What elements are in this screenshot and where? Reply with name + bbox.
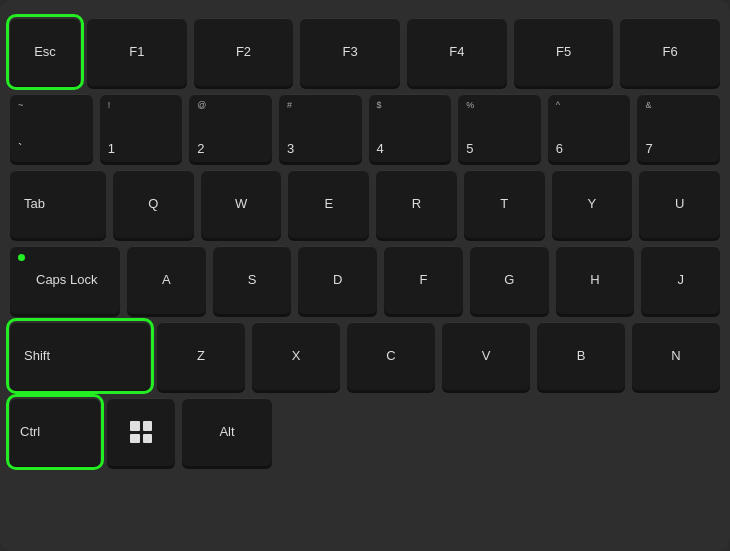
key-n[interactable]: N bbox=[632, 322, 720, 390]
key-s-label: S bbox=[248, 272, 257, 288]
key-6[interactable]: ^ 6 bbox=[548, 94, 631, 162]
bottom-row: Ctrl Alt bbox=[10, 398, 720, 466]
key-shift-left[interactable]: Shift bbox=[10, 322, 150, 390]
key-x[interactable]: X bbox=[252, 322, 340, 390]
key-x-label: X bbox=[292, 348, 301, 364]
key-3-bottom: 3 bbox=[287, 141, 294, 156]
key-f2-label: F2 bbox=[236, 44, 251, 60]
qwerty-row: Tab Q W E R T Y U bbox=[10, 170, 720, 238]
key-r-label: R bbox=[412, 196, 421, 212]
key-6-top: ^ bbox=[556, 100, 560, 110]
key-w-label: W bbox=[235, 196, 247, 212]
key-n-label: N bbox=[671, 348, 680, 364]
key-backtick-top: ~ bbox=[18, 100, 23, 110]
key-d[interactable]: D bbox=[298, 246, 377, 314]
key-z-label: Z bbox=[197, 348, 205, 364]
key-tab-label: Tab bbox=[24, 196, 45, 212]
key-f1[interactable]: F1 bbox=[87, 18, 187, 86]
key-v-label: V bbox=[482, 348, 491, 364]
key-g-label: G bbox=[504, 272, 514, 288]
key-4-top: $ bbox=[377, 100, 382, 110]
key-c-label: C bbox=[386, 348, 395, 364]
key-f3-label: F3 bbox=[343, 44, 358, 60]
key-q[interactable]: Q bbox=[113, 170, 194, 238]
key-b[interactable]: B bbox=[537, 322, 625, 390]
key-s[interactable]: S bbox=[213, 246, 292, 314]
key-7[interactable]: & 7 bbox=[637, 94, 720, 162]
key-7-bottom: 7 bbox=[645, 141, 652, 156]
key-ctrl-label: Ctrl bbox=[20, 424, 40, 440]
key-4-bottom: 4 bbox=[377, 141, 384, 156]
key-capslock-label: Caps Lock bbox=[24, 272, 97, 288]
key-capslock[interactable]: Caps Lock bbox=[10, 246, 120, 314]
key-esc[interactable]: Esc bbox=[10, 18, 80, 86]
key-b-label: B bbox=[577, 348, 586, 364]
key-f2[interactable]: F2 bbox=[194, 18, 294, 86]
key-c[interactable]: C bbox=[347, 322, 435, 390]
key-t[interactable]: T bbox=[464, 170, 545, 238]
key-backtick-bottom: ` bbox=[18, 141, 22, 156]
key-alt[interactable]: Alt bbox=[182, 398, 272, 466]
key-ctrl-left[interactable]: Ctrl bbox=[10, 398, 100, 466]
key-f4[interactable]: F4 bbox=[407, 18, 507, 86]
key-e[interactable]: E bbox=[288, 170, 369, 238]
key-2[interactable]: @ 2 bbox=[189, 94, 272, 162]
key-y-label: Y bbox=[588, 196, 597, 212]
key-j[interactable]: J bbox=[641, 246, 720, 314]
key-tab[interactable]: Tab bbox=[10, 170, 106, 238]
key-esc-label: Esc bbox=[34, 44, 56, 60]
key-h[interactable]: H bbox=[556, 246, 635, 314]
caps-lock-indicator bbox=[18, 254, 25, 261]
key-f4-label: F4 bbox=[449, 44, 464, 60]
key-w[interactable]: W bbox=[201, 170, 282, 238]
key-v[interactable]: V bbox=[442, 322, 530, 390]
key-f3[interactable]: F3 bbox=[300, 18, 400, 86]
key-f1-label: F1 bbox=[129, 44, 144, 60]
key-a-label: A bbox=[162, 272, 171, 288]
key-1-top: ! bbox=[108, 100, 111, 110]
key-f5-label: F5 bbox=[556, 44, 571, 60]
number-row: ~ ` ! 1 @ 2 # 3 $ 4 % 5 ^ 6 & 7 bbox=[10, 94, 720, 162]
key-a[interactable]: A bbox=[127, 246, 206, 314]
key-u-label: U bbox=[675, 196, 684, 212]
key-t-label: T bbox=[500, 196, 508, 212]
key-g[interactable]: G bbox=[470, 246, 549, 314]
function-row: Esc F1 F2 F3 F4 F5 F6 bbox=[10, 18, 720, 86]
key-5-top: % bbox=[466, 100, 474, 110]
key-f[interactable]: F bbox=[384, 246, 463, 314]
key-1-bottom: 1 bbox=[108, 141, 115, 156]
windows-icon bbox=[130, 421, 152, 443]
key-1[interactable]: ! 1 bbox=[100, 94, 183, 162]
key-f6-label: F6 bbox=[663, 44, 678, 60]
key-q-label: Q bbox=[148, 196, 158, 212]
keyboard: Esc F1 F2 F3 F4 F5 F6 ~ ` ! 1 @ bbox=[0, 0, 730, 551]
key-f-label: F bbox=[420, 272, 428, 288]
key-6-bottom: 6 bbox=[556, 141, 563, 156]
key-f5[interactable]: F5 bbox=[514, 18, 614, 86]
key-backtick[interactable]: ~ ` bbox=[10, 94, 93, 162]
key-e-label: E bbox=[324, 196, 333, 212]
key-7-top: & bbox=[645, 100, 651, 110]
key-f6[interactable]: F6 bbox=[620, 18, 720, 86]
key-d-label: D bbox=[333, 272, 342, 288]
key-shift-label: Shift bbox=[24, 348, 50, 364]
key-z[interactable]: Z bbox=[157, 322, 245, 390]
key-4[interactable]: $ 4 bbox=[369, 94, 452, 162]
key-5-bottom: 5 bbox=[466, 141, 473, 156]
key-h-label: H bbox=[590, 272, 599, 288]
key-u[interactable]: U bbox=[639, 170, 720, 238]
key-3[interactable]: # 3 bbox=[279, 94, 362, 162]
zxcv-row: Shift Z X C V B N bbox=[10, 322, 720, 390]
asdf-row: Caps Lock A S D F G H J bbox=[10, 246, 720, 314]
key-win[interactable] bbox=[107, 398, 175, 466]
key-y[interactable]: Y bbox=[552, 170, 633, 238]
key-alt-label: Alt bbox=[219, 424, 234, 440]
key-j-label: J bbox=[677, 272, 684, 288]
key-5[interactable]: % 5 bbox=[458, 94, 541, 162]
key-2-bottom: 2 bbox=[197, 141, 204, 156]
key-r[interactable]: R bbox=[376, 170, 457, 238]
key-3-top: # bbox=[287, 100, 292, 110]
key-2-top: @ bbox=[197, 100, 206, 110]
